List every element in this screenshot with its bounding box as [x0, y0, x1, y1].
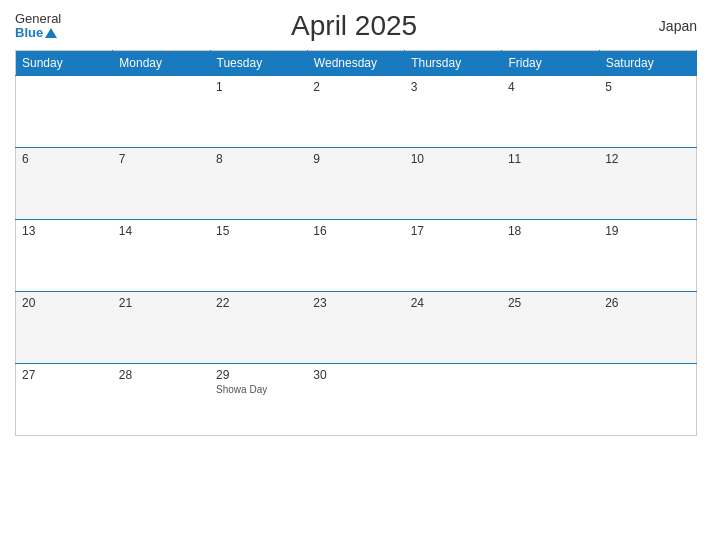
week-row-4: 20212223242526 [16, 292, 697, 364]
calendar-cell [502, 364, 599, 436]
calendar-cell [16, 76, 113, 148]
day-number: 6 [22, 152, 107, 166]
week-row-5: 272829Showa Day30 [16, 364, 697, 436]
calendar-cell: 26 [599, 292, 696, 364]
calendar-title: April 2025 [61, 10, 647, 42]
day-number: 11 [508, 152, 593, 166]
day-number: 19 [605, 224, 690, 238]
day-number: 16 [313, 224, 398, 238]
day-header-wednesday: Wednesday [307, 51, 404, 76]
calendar-cell: 21 [113, 292, 210, 364]
day-number: 27 [22, 368, 107, 382]
calendar-cell: 20 [16, 292, 113, 364]
calendar-cell: 9 [307, 148, 404, 220]
day-number: 26 [605, 296, 690, 310]
country-label: Japan [647, 18, 697, 34]
day-number: 23 [313, 296, 398, 310]
calendar-cell: 24 [405, 292, 502, 364]
day-header-monday: Monday [113, 51, 210, 76]
calendar-cell: 23 [307, 292, 404, 364]
calendar-cell: 8 [210, 148, 307, 220]
day-header-thursday: Thursday [405, 51, 502, 76]
calendar-table: SundayMondayTuesdayWednesdayThursdayFrid… [15, 50, 697, 436]
day-number: 14 [119, 224, 204, 238]
day-number: 3 [411, 80, 496, 94]
day-number: 18 [508, 224, 593, 238]
day-header-tuesday: Tuesday [210, 51, 307, 76]
calendar-cell: 14 [113, 220, 210, 292]
week-row-1: 12345 [16, 76, 697, 148]
day-number: 8 [216, 152, 301, 166]
calendar-cell: 6 [16, 148, 113, 220]
calendar-cell: 29Showa Day [210, 364, 307, 436]
calendar-cell: 7 [113, 148, 210, 220]
day-number: 15 [216, 224, 301, 238]
days-header-row: SundayMondayTuesdayWednesdayThursdayFrid… [16, 51, 697, 76]
calendar-cell: 18 [502, 220, 599, 292]
calendar-cell: 30 [307, 364, 404, 436]
day-number: 9 [313, 152, 398, 166]
day-number: 13 [22, 224, 107, 238]
day-number: 29 [216, 368, 301, 382]
calendar-cell: 10 [405, 148, 502, 220]
day-number: 4 [508, 80, 593, 94]
day-number: 25 [508, 296, 593, 310]
calendar-cell: 1 [210, 76, 307, 148]
day-number: 10 [411, 152, 496, 166]
day-number: 7 [119, 152, 204, 166]
calendar-cell [113, 76, 210, 148]
calendar-cell: 4 [502, 76, 599, 148]
day-number: 24 [411, 296, 496, 310]
calendar-cell: 5 [599, 76, 696, 148]
calendar-cell [599, 364, 696, 436]
logo-general-text: General [15, 12, 61, 26]
calendar-cell: 11 [502, 148, 599, 220]
calendar-cell: 2 [307, 76, 404, 148]
calendar-cell: 16 [307, 220, 404, 292]
day-number: 5 [605, 80, 690, 94]
week-row-2: 6789101112 [16, 148, 697, 220]
day-number: 1 [216, 80, 301, 94]
day-number: 30 [313, 368, 398, 382]
logo-triangle-icon [45, 28, 57, 38]
calendar-cell: 3 [405, 76, 502, 148]
calendar-cell: 12 [599, 148, 696, 220]
logo: General Blue [15, 12, 61, 41]
day-number: 21 [119, 296, 204, 310]
header: General Blue April 2025 Japan [15, 10, 697, 42]
day-header-sunday: Sunday [16, 51, 113, 76]
calendar-cell: 28 [113, 364, 210, 436]
calendar-cell: 27 [16, 364, 113, 436]
day-header-saturday: Saturday [599, 51, 696, 76]
day-number: 28 [119, 368, 204, 382]
logo-blue-text: Blue [15, 26, 57, 40]
day-number: 2 [313, 80, 398, 94]
day-number: 17 [411, 224, 496, 238]
calendar-cell: 15 [210, 220, 307, 292]
calendar-cell: 22 [210, 292, 307, 364]
calendar-cell: 19 [599, 220, 696, 292]
event-label: Showa Day [216, 384, 301, 395]
day-number: 12 [605, 152, 690, 166]
day-number: 20 [22, 296, 107, 310]
calendar-cell: 25 [502, 292, 599, 364]
day-number: 22 [216, 296, 301, 310]
calendar-cell: 17 [405, 220, 502, 292]
calendar-container: General Blue April 2025 Japan SundayMond… [0, 0, 712, 550]
calendar-cell [405, 364, 502, 436]
day-header-friday: Friday [502, 51, 599, 76]
week-row-3: 13141516171819 [16, 220, 697, 292]
calendar-cell: 13 [16, 220, 113, 292]
